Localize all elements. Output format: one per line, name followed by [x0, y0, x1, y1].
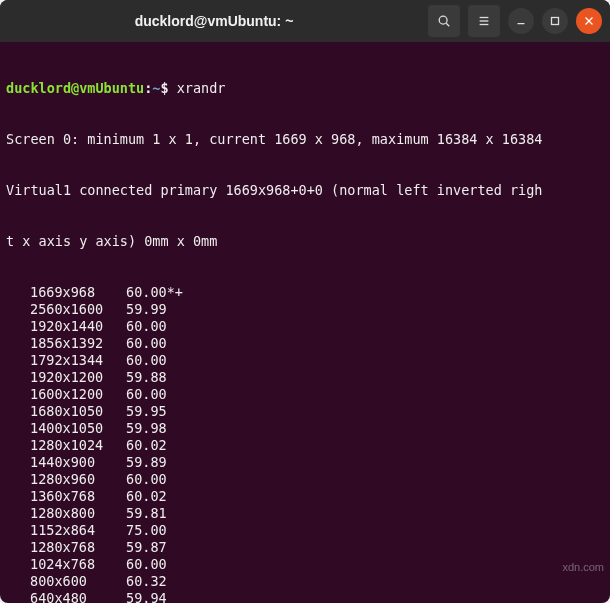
- mode-row: 1680x105059.95: [6, 403, 604, 420]
- mode-rate: 59.89: [126, 454, 206, 471]
- mode-row: 1600x120060.00: [6, 386, 604, 403]
- prompt-line-1: ducklord@vmUbuntu:~$ xrandr: [6, 80, 604, 97]
- mode-rate: 60.02: [126, 437, 206, 454]
- mode-row: 2560x160059.99: [6, 301, 604, 318]
- output-virtual1-line-a: Virtual1 connected primary 1669x968+0+0 …: [6, 182, 604, 199]
- svg-line-1: [446, 23, 449, 26]
- mode-row: 800x60060.32: [6, 573, 604, 590]
- mode-resolution: 1152x864: [6, 522, 126, 539]
- mode-rate: 59.87: [126, 539, 206, 556]
- mode-row: 1792x134460.00: [6, 352, 604, 369]
- svg-rect-6: [552, 18, 559, 25]
- mode-row: 1669x96860.00*+: [6, 284, 604, 301]
- mode-row: 1920x120059.88: [6, 369, 604, 386]
- output-screen-line: Screen 0: minimum 1 x 1, current 1669 x …: [6, 131, 604, 148]
- mode-resolution: 1600x1200: [6, 386, 126, 403]
- mode-rate: 60.00: [126, 352, 206, 369]
- mode-resolution: 1280x768: [6, 539, 126, 556]
- mode-row: 1400x105059.98: [6, 420, 604, 437]
- mode-resolution: 1920x1200: [6, 369, 126, 386]
- prompt-dollar: $: [160, 80, 176, 96]
- mode-resolution: 640x480: [6, 590, 126, 603]
- mode-resolution: 1400x1050: [6, 420, 126, 437]
- mode-resolution: 1680x1050: [6, 403, 126, 420]
- mode-rate: 59.99: [126, 301, 206, 318]
- mode-row: 1920x144060.00: [6, 318, 604, 335]
- menu-button[interactable]: [468, 5, 500, 37]
- search-button[interactable]: [428, 5, 460, 37]
- mode-rate: 60.00: [126, 335, 206, 352]
- titlebar: ducklord@vmUbuntu: ~: [0, 0, 610, 42]
- mode-resolution: 1920x1440: [6, 318, 126, 335]
- terminal-body[interactable]: ducklord@vmUbuntu:~$ xrandr Screen 0: mi…: [0, 42, 610, 603]
- mode-row: 1280x102460.02: [6, 437, 604, 454]
- mode-resolution: 1792x1344: [6, 352, 126, 369]
- prompt-user: ducklord@vmUbuntu: [6, 80, 144, 96]
- minimize-icon: [514, 14, 528, 28]
- mode-resolution: 1280x1024: [6, 437, 126, 454]
- mode-row: 1440x90059.89: [6, 454, 604, 471]
- mode-rate: 75.00: [126, 522, 206, 539]
- mode-list: 1669x96860.00*+2560x160059.991920x144060…: [6, 284, 604, 603]
- mode-row: 1360x76860.02: [6, 488, 604, 505]
- output-virtual1-line-b: t x axis y axis) 0mm x 0mm: [6, 233, 604, 250]
- terminal-window: ducklord@vmUbuntu: ~ ducklord@vmUbuntu:~…: [0, 0, 610, 603]
- close-button[interactable]: [576, 8, 602, 34]
- mode-rate: 59.81: [126, 505, 206, 522]
- mode-rate: 60.00: [126, 386, 206, 403]
- mode-row: 1024x76860.00: [6, 556, 604, 573]
- mode-rate: 59.95: [126, 403, 206, 420]
- command-text: xrandr: [177, 80, 226, 96]
- mode-resolution: 1360x768: [6, 488, 126, 505]
- mode-rate: 60.00: [126, 556, 206, 573]
- mode-row: 1280x96060.00: [6, 471, 604, 488]
- mode-rate: 59.94: [126, 590, 206, 603]
- search-icon: [437, 14, 451, 28]
- mode-row: 1152x86475.00: [6, 522, 604, 539]
- mode-rate: 59.88: [126, 369, 206, 386]
- mode-resolution: 1280x960: [6, 471, 126, 488]
- mode-resolution: 2560x1600: [6, 301, 126, 318]
- mode-resolution: 1440x900: [6, 454, 126, 471]
- mode-rate: 60.00*+: [126, 284, 206, 301]
- mode-resolution: 1280x800: [6, 505, 126, 522]
- mode-row: 1280x76859.87: [6, 539, 604, 556]
- mode-resolution: 1856x1392: [6, 335, 126, 352]
- mode-row: 1856x139260.00: [6, 335, 604, 352]
- mode-resolution: 1024x768: [6, 556, 126, 573]
- mode-rate: 60.02: [126, 488, 206, 505]
- window-title: ducklord@vmUbuntu: ~: [135, 13, 294, 29]
- maximize-button[interactable]: [542, 8, 568, 34]
- hamburger-icon: [477, 14, 491, 28]
- svg-point-0: [439, 16, 447, 24]
- mode-rate: 59.98: [126, 420, 206, 437]
- mode-row: 640x48059.94: [6, 590, 604, 603]
- mode-rate: 60.00: [126, 471, 206, 488]
- maximize-icon: [548, 14, 562, 28]
- mode-rate: 60.00: [126, 318, 206, 335]
- minimize-button[interactable]: [508, 8, 534, 34]
- mode-rate: 60.32: [126, 573, 206, 590]
- mode-resolution: 1669x968: [6, 284, 126, 301]
- mode-resolution: 800x600: [6, 573, 126, 590]
- mode-row: 1280x80059.81: [6, 505, 604, 522]
- close-icon: [582, 14, 596, 28]
